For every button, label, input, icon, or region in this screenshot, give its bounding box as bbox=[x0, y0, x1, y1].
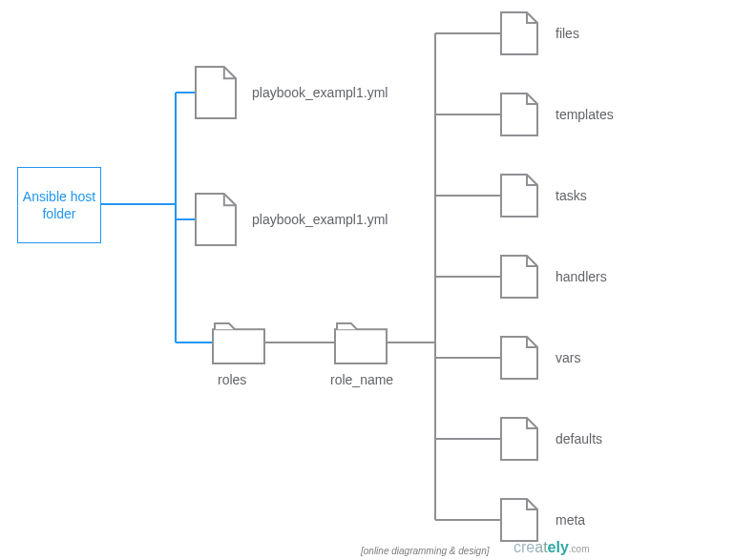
file2-label: playbook_exampl1.yml bbox=[252, 212, 388, 228]
file-icon bbox=[500, 336, 538, 380]
file-icon bbox=[500, 11, 538, 55]
root-label-line1: Ansible host bbox=[23, 189, 95, 204]
root-box: Ansible host folder bbox=[17, 167, 101, 243]
files-label: files bbox=[556, 26, 579, 42]
templates-label: templates bbox=[556, 107, 614, 123]
file-icon bbox=[195, 66, 237, 119]
vars-label: vars bbox=[556, 350, 580, 366]
watermark-text: [online diagramming & design] bbox=[361, 546, 490, 556]
folder-icon bbox=[212, 321, 265, 364]
role-name-label: role_name bbox=[330, 372, 393, 388]
file1-label: playbook_exampl1.yml bbox=[252, 85, 388, 101]
brand-logo: creately.com bbox=[514, 539, 590, 556]
folder-icon bbox=[334, 321, 388, 364]
file-icon bbox=[500, 174, 538, 218]
meta-label: meta bbox=[556, 512, 585, 529]
file-icon bbox=[195, 193, 237, 246]
svg-rect-0 bbox=[213, 329, 264, 363]
root-label-line2: folder bbox=[42, 206, 75, 221]
tasks-label: tasks bbox=[556, 188, 587, 204]
file-icon bbox=[500, 93, 538, 136]
file-icon bbox=[500, 417, 538, 461]
handlers-label: handlers bbox=[556, 269, 607, 285]
roles-label: roles bbox=[218, 372, 246, 388]
svg-rect-1 bbox=[335, 329, 387, 363]
file-icon bbox=[500, 498, 538, 542]
file-icon bbox=[500, 255, 538, 299]
defaults-label: defaults bbox=[556, 431, 602, 447]
